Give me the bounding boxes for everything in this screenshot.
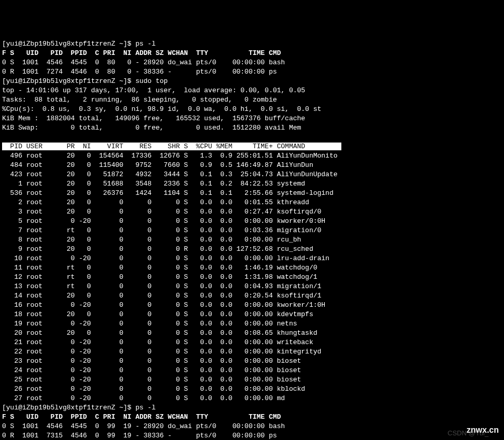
top-row: 8 root 20 0 0 0 0 S 0.0 0.0 0:00.00 rcu_… [2, 236, 301, 244]
top-summary-line: KiB Mem : 1882004 total, 149096 free, 16… [2, 115, 305, 122]
top-row: 23 root 0 -20 0 0 0 S 0.0 0.0 0:00.00 bi… [2, 357, 301, 365]
top-row: 484 root 20 0 115400 9752 7660 S 0.9 0.5… [2, 161, 313, 169]
command-text: sudo top [135, 77, 167, 85]
top-row: 3 root 20 0 0 0 0 S 0.0 0.0 0:27.47 ksof… [2, 208, 321, 216]
top-row: 2 root 20 0 0 0 0 S 0.0 0.0 0:01.55 kthr… [2, 198, 309, 206]
top-row: 26 root 0 -20 0 0 0 S 0.0 0.0 0:00.00 kb… [2, 385, 305, 393]
ps-row: 0 S 1001 4546 4545 0 80 0 - 28920 do_wai… [2, 59, 285, 66]
top-row: 423 root 20 0 51872 4932 3444 S 0.1 0.3 … [2, 171, 338, 178]
watermark-author: CSDN @Yui_ [448, 429, 488, 438]
top-row: 20 root 20 0 0 0 0 S 0.0 0.0 0:08.65 khu… [2, 329, 318, 337]
top-summary-line: KiB Swap: 0 total, 0 free, 0 used. 15122… [2, 124, 301, 132]
ps-header: F S UID PID PPID C PRI NI ADDR SZ WCHAN … [2, 49, 281, 57]
top-row: 536 root 20 0 26376 1424 1104 S 0.1 0.1 … [2, 189, 334, 197]
terminal-output[interactable]: [yui@iZbp19b5lvg8xtpf1tzrenZ ~]$ ps -l F… [2, 39, 502, 440]
shell-prompt: [yui@iZbp19b5lvg8xtpf1tzrenZ ~]$ [2, 40, 135, 48]
top-row: 18 root 20 0 0 0 0 S 0.0 0.0 0:00.00 kde… [2, 310, 313, 318]
top-row: 496 root 20 0 154564 17336 12676 S 1.3 0… [2, 152, 338, 160]
command-text: ps -l [135, 40, 155, 48]
top-row: 27 root 0 -20 0 0 0 S 0.0 0.0 0:00.00 md [2, 394, 285, 402]
top-summary-line: Tasks: 88 total, 2 running, 86 sleeping,… [2, 96, 277, 104]
top-row: 5 root 0 -20 0 0 0 S 0.0 0.0 0:00.00 kwo… [2, 217, 325, 225]
top-row: 1 root 20 0 51688 3548 2336 S 0.1 0.2 84… [2, 180, 305, 188]
shell-prompt: [yui@iZbp19b5lvg8xtpf1tzrenZ ~]$ [2, 77, 135, 85]
top-row: 11 root rt 0 0 0 0 S 0.0 0.0 1:46.19 wat… [2, 264, 318, 272]
ps-row: 0 S 1001 4546 4545 0 99 19 - 28920 do_wa… [2, 422, 285, 430]
command-text: ps -l [135, 404, 155, 411]
top-row: 19 root 0 -20 0 0 0 S 0.0 0.0 0:00.00 ne… [2, 320, 297, 328]
top-row: 10 root 0 -20 0 0 0 S 0.0 0.0 0:00.00 lr… [2, 254, 329, 262]
top-header-row: PID USER PR NI VIRT RES SHR S %CPU %MEM … [2, 143, 341, 150]
top-summary-line: %Cpu(s): 0.8 us, 0.3 sy, 0.0 ni, 98.9 id… [2, 105, 321, 113]
ps-header: F S UID PID PPID C PRI NI ADDR SZ WCHAN … [2, 413, 281, 421]
top-row: 22 root 0 -20 0 0 0 S 0.0 0.0 0:00.00 ki… [2, 348, 321, 356]
top-row: 7 root rt 0 0 0 0 S 0.0 0.0 0:03.36 migr… [2, 226, 321, 234]
shell-prompt: [yui@iZbp19b5lvg8xtpf1tzrenZ ~]$ [2, 404, 135, 411]
top-row: 21 root 0 -20 0 0 0 S 0.0 0.0 0:00.00 wr… [2, 338, 313, 346]
top-row: 12 root rt 0 0 0 0 S 0.0 0.0 1:31.98 wat… [2, 273, 318, 281]
top-row: 14 root 20 0 0 0 0 S 0.0 0.0 0:20.54 kso… [2, 292, 321, 300]
top-row: 13 root rt 0 0 0 0 S 0.0 0.0 0:04.93 mig… [2, 282, 321, 290]
top-summary-line: top - 14:01:06 up 317 days, 17:00, 1 use… [2, 87, 305, 94]
top-row: 24 root 0 -20 0 0 0 S 0.0 0.0 0:00.00 bi… [2, 366, 301, 374]
top-row: 16 root 0 -20 0 0 0 S 0.0 0.0 0:00.00 kw… [2, 301, 325, 309]
top-row: 9 root 20 0 0 0 0 R 0.0 0.0 127:52.68 rc… [2, 245, 313, 253]
ps-row: 0 R 1001 7315 4546 0 99 19 - 38336 - pts… [2, 432, 277, 439]
ps-row: 0 R 1001 7274 4546 0 80 0 - 38336 - pts/… [2, 68, 277, 76]
top-row: 25 root 0 -20 0 0 0 S 0.0 0.0 0:00.00 bi… [2, 376, 301, 384]
